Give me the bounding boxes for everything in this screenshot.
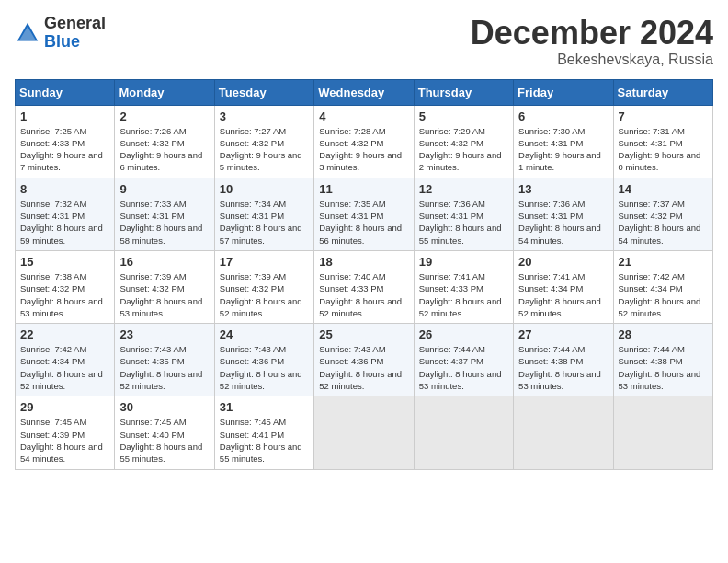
table-row: 24Sunrise: 7:43 AMSunset: 4:36 PMDayligh… <box>214 324 313 396</box>
calendar-week-row: 8Sunrise: 7:32 AMSunset: 4:31 PMDaylight… <box>16 178 713 250</box>
col-saturday: Saturday <box>613 79 712 105</box>
table-row <box>314 396 414 469</box>
table-row: 4Sunrise: 7:28 AMSunset: 4:32 PMDaylight… <box>314 105 414 178</box>
table-row: 29Sunrise: 7:45 AMSunset: 4:39 PMDayligh… <box>16 396 115 469</box>
table-row: 18Sunrise: 7:40 AMSunset: 4:33 PMDayligh… <box>314 250 414 323</box>
day-number: 7 <box>619 109 708 123</box>
day-info: Sunrise: 7:35 AMSunset: 4:31 PMDaylight:… <box>319 198 408 247</box>
day-info: Sunrise: 7:27 AMSunset: 4:32 PMDaylight:… <box>220 125 309 174</box>
day-number: 20 <box>518 255 608 269</box>
table-row: 17Sunrise: 7:39 AMSunset: 4:32 PMDayligh… <box>214 250 313 323</box>
day-info: Sunrise: 7:36 AMSunset: 4:31 PMDaylight:… <box>518 198 608 247</box>
day-number: 6 <box>518 109 608 123</box>
day-info: Sunrise: 7:41 AMSunset: 4:33 PMDaylight:… <box>419 270 508 319</box>
col-wednesday: Wednesday <box>314 79 414 105</box>
col-sunday: Sunday <box>16 79 115 105</box>
day-number: 8 <box>20 182 109 196</box>
table-row: 1Sunrise: 7:25 AMSunset: 4:33 PMDaylight… <box>16 105 115 178</box>
table-row: 25Sunrise: 7:43 AMSunset: 4:36 PMDayligh… <box>314 324 414 396</box>
table-row: 13Sunrise: 7:36 AMSunset: 4:31 PMDayligh… <box>514 178 613 250</box>
day-number: 16 <box>119 255 209 269</box>
day-number: 22 <box>20 327 109 341</box>
day-number: 19 <box>419 255 508 269</box>
table-row: 23Sunrise: 7:43 AMSunset: 4:35 PMDayligh… <box>115 324 214 396</box>
day-number: 21 <box>619 255 708 269</box>
day-number: 28 <box>619 327 708 341</box>
calendar-week-row: 1Sunrise: 7:25 AMSunset: 4:33 PMDaylight… <box>16 105 713 178</box>
col-thursday: Thursday <box>414 79 513 105</box>
day-number: 14 <box>619 182 708 196</box>
table-row: 15Sunrise: 7:38 AMSunset: 4:32 PMDayligh… <box>16 250 115 323</box>
calendar-week-row: 15Sunrise: 7:38 AMSunset: 4:32 PMDayligh… <box>16 250 713 323</box>
calendar-week-row: 29Sunrise: 7:45 AMSunset: 4:39 PMDayligh… <box>16 396 713 469</box>
day-info: Sunrise: 7:44 AMSunset: 4:38 PMDaylight:… <box>518 343 608 392</box>
table-row: 12Sunrise: 7:36 AMSunset: 4:31 PMDayligh… <box>414 178 513 250</box>
day-info: Sunrise: 7:45 AMSunset: 4:39 PMDaylight:… <box>20 416 109 465</box>
day-info: Sunrise: 7:42 AMSunset: 4:34 PMDaylight:… <box>619 270 708 319</box>
day-info: Sunrise: 7:38 AMSunset: 4:32 PMDaylight:… <box>20 270 109 319</box>
table-row: 28Sunrise: 7:44 AMSunset: 4:38 PMDayligh… <box>613 324 712 396</box>
table-row: 22Sunrise: 7:42 AMSunset: 4:34 PMDayligh… <box>16 324 115 396</box>
day-info: Sunrise: 7:45 AMSunset: 4:41 PMDaylight:… <box>220 416 309 465</box>
table-row: 27Sunrise: 7:44 AMSunset: 4:38 PMDayligh… <box>514 324 613 396</box>
calendar-week-row: 22Sunrise: 7:42 AMSunset: 4:34 PMDayligh… <box>16 324 713 396</box>
day-info: Sunrise: 7:25 AMSunset: 4:33 PMDaylight:… <box>20 125 109 174</box>
table-row: 5Sunrise: 7:29 AMSunset: 4:32 PMDaylight… <box>414 105 513 178</box>
calendar-table: Sunday Monday Tuesday Wednesday Thursday… <box>15 79 713 470</box>
table-row: 26Sunrise: 7:44 AMSunset: 4:37 PMDayligh… <box>414 324 513 396</box>
day-info: Sunrise: 7:33 AMSunset: 4:31 PMDaylight:… <box>119 198 209 247</box>
day-number: 10 <box>220 182 309 196</box>
logo-blue: Blue <box>44 32 80 51</box>
day-info: Sunrise: 7:43 AMSunset: 4:36 PMDaylight:… <box>319 343 408 392</box>
day-number: 12 <box>419 182 508 196</box>
day-info: Sunrise: 7:36 AMSunset: 4:31 PMDaylight:… <box>419 198 508 247</box>
table-row <box>613 396 712 469</box>
day-number: 31 <box>220 400 309 414</box>
col-tuesday: Tuesday <box>214 79 313 105</box>
day-number: 23 <box>119 327 209 341</box>
day-info: Sunrise: 7:30 AMSunset: 4:31 PMDaylight:… <box>518 125 608 174</box>
col-monday: Monday <box>115 79 214 105</box>
day-info: Sunrise: 7:44 AMSunset: 4:38 PMDaylight:… <box>619 343 708 392</box>
table-row: 14Sunrise: 7:37 AMSunset: 4:32 PMDayligh… <box>613 178 712 250</box>
day-info: Sunrise: 7:26 AMSunset: 4:32 PMDaylight:… <box>119 125 209 174</box>
table-row: 16Sunrise: 7:39 AMSunset: 4:32 PMDayligh… <box>115 250 214 323</box>
col-friday: Friday <box>514 79 613 105</box>
table-row: 21Sunrise: 7:42 AMSunset: 4:34 PMDayligh… <box>613 250 712 323</box>
day-number: 27 <box>518 327 608 341</box>
table-row: 6Sunrise: 7:30 AMSunset: 4:31 PMDaylight… <box>514 105 613 178</box>
table-row: 10Sunrise: 7:34 AMSunset: 4:31 PMDayligh… <box>214 178 313 250</box>
table-row: 31Sunrise: 7:45 AMSunset: 4:41 PMDayligh… <box>214 396 313 469</box>
location-title: Bekeshevskaya, Russia <box>471 52 713 68</box>
day-number: 25 <box>319 327 408 341</box>
day-number: 29 <box>20 400 109 414</box>
day-info: Sunrise: 7:37 AMSunset: 4:32 PMDaylight:… <box>619 198 708 247</box>
day-number: 1 <box>20 109 109 123</box>
day-number: 17 <box>220 255 309 269</box>
page-header: General Blue December 2024 Bekeshevskaya… <box>15 15 713 68</box>
day-number: 4 <box>319 109 408 123</box>
day-info: Sunrise: 7:29 AMSunset: 4:32 PMDaylight:… <box>419 125 508 174</box>
table-row <box>514 396 613 469</box>
day-number: 11 <box>319 182 408 196</box>
table-row <box>414 396 513 469</box>
month-title: December 2024 <box>471 15 713 52</box>
day-info: Sunrise: 7:32 AMSunset: 4:31 PMDaylight:… <box>20 198 109 247</box>
table-row: 7Sunrise: 7:31 AMSunset: 4:31 PMDaylight… <box>613 105 712 178</box>
day-info: Sunrise: 7:31 AMSunset: 4:31 PMDaylight:… <box>619 125 708 174</box>
day-info: Sunrise: 7:41 AMSunset: 4:34 PMDaylight:… <box>518 270 608 319</box>
day-number: 5 <box>419 109 508 123</box>
table-row: 8Sunrise: 7:32 AMSunset: 4:31 PMDaylight… <box>16 178 115 250</box>
day-number: 18 <box>319 255 408 269</box>
day-info: Sunrise: 7:39 AMSunset: 4:32 PMDaylight:… <box>220 270 309 319</box>
day-number: 24 <box>220 327 309 341</box>
table-row: 11Sunrise: 7:35 AMSunset: 4:31 PMDayligh… <box>314 178 414 250</box>
day-number: 13 <box>518 182 608 196</box>
day-info: Sunrise: 7:44 AMSunset: 4:37 PMDaylight:… <box>419 343 508 392</box>
logo: General Blue <box>15 15 106 52</box>
logo-icon <box>15 20 40 46</box>
day-number: 9 <box>119 182 209 196</box>
day-info: Sunrise: 7:43 AMSunset: 4:36 PMDaylight:… <box>220 343 309 392</box>
table-row: 19Sunrise: 7:41 AMSunset: 4:33 PMDayligh… <box>414 250 513 323</box>
day-info: Sunrise: 7:28 AMSunset: 4:32 PMDaylight:… <box>319 125 408 174</box>
